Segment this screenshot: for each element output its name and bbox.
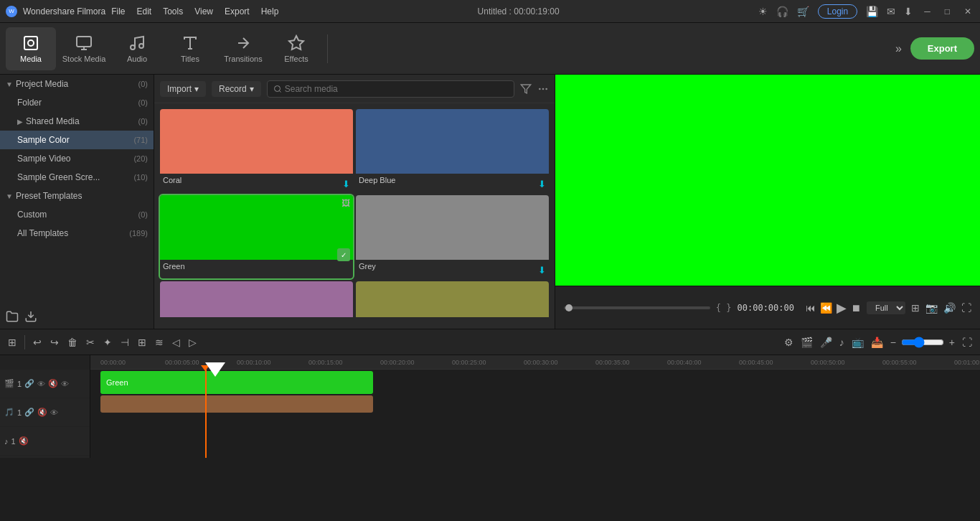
login-button[interactable]: Login — [818, 4, 857, 19]
playback-scrubber[interactable] — [564, 306, 710, 309]
tl-mic-button[interactable]: 🎤 — [818, 334, 834, 350]
snapshot-button[interactable]: 📷 — [925, 302, 938, 314]
video-track-lock[interactable]: 🔇 — [48, 379, 58, 388]
play-button[interactable]: ▶ — [837, 300, 847, 316]
tl-clips-button[interactable]: 🎬 — [798, 334, 815, 350]
media-item-grey[interactable]: ⬇ Grey — [356, 195, 549, 278]
search-input[interactable] — [285, 84, 508, 94]
menu-export[interactable]: Export — [225, 6, 250, 17]
download-icon[interactable]: ⬇ — [904, 6, 913, 17]
mail-icon[interactable]: ✉ — [887, 6, 895, 17]
zoom-select[interactable]: Full — [867, 301, 905, 314]
menu-tools[interactable]: Tools — [163, 6, 183, 17]
media-item-green[interactable]: 🖼 ✓ Green — [160, 195, 353, 278]
tl-zoom-out-button[interactable]: − — [888, 334, 898, 350]
toolbar-transitions[interactable]: Transitions — [218, 27, 268, 70]
shopping-icon[interactable]: 🛒 — [797, 6, 809, 17]
timeline-toolbar: ⊞ ↩ ↪ 🗑 ✂ ✦ ⊣ ⊞ ≋ ◁ ▷ ⚙ 🎬 🎤 ♪ 📺 📥 − + ⛶ — [0, 329, 980, 355]
grid-options-icon[interactable] — [537, 83, 549, 95]
toolbar-titles[interactable]: Titles — [165, 27, 215, 70]
video-track-link[interactable]: 🔗 — [24, 379, 34, 388]
folder-item[interactable]: Folder (0) — [0, 93, 154, 112]
all-templates-item[interactable]: All Templates (189) — [0, 224, 154, 243]
tl-magnet-button[interactable]: ✦ — [101, 334, 114, 350]
expand-toolbar-button[interactable]: » — [895, 42, 902, 55]
sun-icon[interactable]: ☀ — [758, 6, 768, 17]
toolbar-stock-media[interactable]: Stock Media — [59, 27, 109, 70]
tl-speed-button[interactable]: ≋ — [153, 334, 166, 350]
sample-color-item[interactable]: Sample Color (71) — [0, 131, 154, 149]
content-area: ▼ Project Media (0) Folder (0) ▶ Shared … — [0, 75, 980, 329]
toolbar-audio[interactable]: Audio — [112, 27, 162, 70]
audio-track-eye[interactable]: 👁 — [50, 408, 58, 417]
playhead[interactable] — [205, 370, 207, 458]
media-item-purple[interactable] — [160, 281, 353, 323]
new-folder-icon[interactable] — [6, 310, 19, 323]
tl-split-button[interactable]: ⊣ — [118, 334, 131, 350]
custom-item[interactable]: Custom (0) — [0, 205, 154, 224]
tl-grid-button[interactable]: ⊞ — [6, 334, 19, 350]
toolbar-effects[interactable]: Effects — [271, 27, 321, 70]
media-item-deep-blue[interactable]: ⬇ Deep Blue — [356, 109, 549, 192]
project-media-header[interactable]: ▼ Project Media (0) — [0, 75, 154, 93]
tl-zoom-in-button[interactable]: + — [947, 334, 957, 350]
video-track-mute[interactable]: 👁 — [37, 380, 45, 388]
ruler-50: 00:00:50:00 — [811, 359, 845, 366]
filter-icon[interactable] — [520, 83, 532, 95]
tl-fullscreen-button[interactable]: ⛶ — [960, 334, 974, 350]
music-track-mute[interactable]: 🔇 — [19, 436, 29, 446]
prev-frame-button[interactable]: ⏮ — [806, 302, 816, 314]
sample-video-item[interactable]: Sample Video (20) — [0, 149, 154, 168]
deepblue-download-icon: ⬇ — [538, 179, 546, 189]
tl-redo-button[interactable]: ↪ — [48, 334, 61, 350]
preset-templates-header[interactable]: ▼ Preset Templates — [0, 187, 154, 205]
audio-clip-green[interactable] — [100, 395, 373, 413]
track-labels: 🎬 1 🔗 👁 🔇 👁 🎵 1 🔗 🔇 👁 ♪ 1 🔇 — [0, 355, 90, 458]
menu-view[interactable]: View — [194, 6, 213, 17]
audio-track-link[interactable]: 🔗 — [24, 408, 34, 417]
close-button[interactable]: ✕ — [961, 6, 974, 17]
import-button[interactable]: Import ▾ — [160, 81, 206, 97]
maximize-button[interactable]: □ — [942, 6, 953, 17]
video-track-eye[interactable]: 👁 — [61, 380, 69, 388]
tl-adjust-button[interactable]: ⊞ — [136, 334, 149, 350]
tl-delete-button[interactable]: 🗑 — [65, 334, 80, 350]
tl-next-clip[interactable]: ▷ — [187, 334, 199, 350]
tl-undo-button[interactable]: ↩ — [31, 334, 44, 350]
menu-file[interactable]: File — [111, 6, 125, 17]
import-folder-icon[interactable] — [24, 310, 37, 323]
tl-music-button[interactable]: ♪ — [837, 334, 847, 350]
ruler-55: 00:00:55:00 — [882, 359, 917, 366]
tl-monitor-button[interactable]: 📺 — [849, 334, 866, 350]
menu-help[interactable]: Help — [261, 6, 279, 17]
tl-prev-clip[interactable]: ◁ — [170, 334, 182, 350]
fullscreen-button[interactable]: ⛶ — [961, 302, 971, 314]
grey-download-icon: ⬇ — [538, 265, 546, 276]
fit-screen-button[interactable]: ⊞ — [911, 302, 920, 314]
tl-settings-button[interactable]: ⚙ — [782, 334, 796, 350]
custom-count: (0) — [138, 210, 148, 219]
video-clip-green[interactable]: Green — [100, 371, 373, 394]
main-toolbar: Media Stock Media Audio Titles Transitio… — [0, 23, 980, 75]
toolbar-media[interactable]: Media — [6, 27, 56, 70]
media-item-coral[interactable]: ⬇ Coral — [160, 109, 353, 192]
track-area: 00:00:00 00:00:05:00 00:00:10:00 00:00:1… — [90, 355, 980, 458]
sample-green-item[interactable]: Sample Green Scre... (10) — [0, 168, 154, 187]
save-icon[interactable]: 💾 — [866, 6, 878, 17]
tl-import-clip-button[interactable]: 📥 — [869, 334, 885, 350]
volume-button[interactable]: 🔊 — [943, 302, 956, 314]
step-back-button[interactable]: ⏪ — [820, 302, 832, 314]
stop-button[interactable]: ⏹ — [851, 302, 861, 314]
tl-zoom-slider[interactable] — [901, 337, 944, 348]
record-button[interactable]: Record ▾ — [212, 81, 261, 97]
shared-media-item[interactable]: ▶ Shared Media (0) — [0, 112, 154, 131]
audio-track-mute[interactable]: 🔇 — [37, 408, 47, 417]
export-button[interactable]: Export — [910, 37, 974, 60]
menu-edit[interactable]: Edit — [137, 6, 152, 17]
ruler-15: 00:00:15:00 — [308, 359, 343, 366]
minimize-button[interactable]: ─ — [921, 6, 933, 17]
headset-icon[interactable]: 🎧 — [776, 6, 788, 17]
ruler-10: 00:00:10:00 — [237, 359, 271, 366]
media-item-olive[interactable] — [356, 281, 549, 323]
tl-cut-button[interactable]: ✂ — [84, 334, 97, 350]
